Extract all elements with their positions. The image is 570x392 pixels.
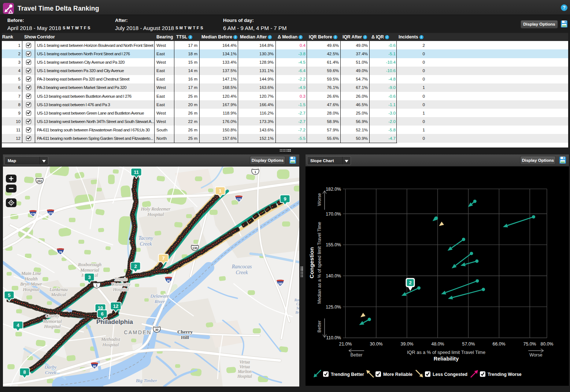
svg-text:125.0%: 125.0% <box>326 305 341 310</box>
svg-text:Virtua: Virtua <box>240 360 250 364</box>
svg-text:Darby: Darby <box>44 364 56 370</box>
svg-text:8: 8 <box>23 369 26 375</box>
svg-text:39.0%: 39.0% <box>401 341 414 347</box>
svg-text:University: University <box>111 282 131 287</box>
svg-text:276: 276 <box>30 213 36 216</box>
svg-text:Better: Better <box>351 352 363 358</box>
svg-text:75.0%: 75.0% <box>523 341 536 347</box>
svg-text:12: 12 <box>113 303 118 309</box>
svg-text:202: 202 <box>37 180 42 183</box>
svg-text:1: 1 <box>219 188 221 194</box>
svg-text:Main Line: Main Line <box>21 270 41 276</box>
svg-text:Hospital: Hospital <box>102 342 119 347</box>
svg-text:276: 276 <box>236 198 241 201</box>
svg-text:Health: Health <box>24 276 37 281</box>
svg-text:66.0%: 66.0% <box>493 341 506 347</box>
svg-text:130: 130 <box>192 247 197 250</box>
svg-text:95: 95 <box>93 365 96 368</box>
svg-text:Ranc: Ranc <box>294 298 299 302</box>
svg-text:2: 2 <box>409 280 411 285</box>
svg-text:Sc: Sc <box>296 306 299 310</box>
svg-text:3: 3 <box>88 275 90 280</box>
svg-text:48.0%: 48.0% <box>432 341 444 347</box>
svg-text:Better: Better <box>317 321 322 333</box>
svg-text:Methodist: Methodist <box>101 336 120 342</box>
svg-text:Congestion: Congestion <box>308 247 315 278</box>
svg-text:Marlton: Marlton <box>237 369 252 374</box>
svg-text:Hospital: Hospital <box>147 212 164 217</box>
svg-text:Hospital: Hospital <box>23 287 40 292</box>
svg-text:Virtua: Virtua <box>240 365 250 369</box>
svg-text:Cr: Cr <box>296 302 299 306</box>
svg-text:9: 9 <box>284 196 286 202</box>
svg-text:Roxborough: Roxborough <box>78 262 101 267</box>
svg-text:Cherry: Cherry <box>177 329 193 335</box>
svg-text:Medical: Medical <box>51 292 66 297</box>
svg-text:155.0%: 155.0% <box>326 242 341 247</box>
svg-text:County: County <box>45 313 59 318</box>
svg-text:Hospital: Hospital <box>44 324 61 329</box>
svg-text:Rancocas: Rancocas <box>232 264 252 269</box>
svg-text:Less Congested: Less Congested <box>433 372 467 377</box>
svg-text:80.0%: 80.0% <box>541 341 554 347</box>
svg-text:182.0%: 182.0% <box>326 187 341 192</box>
svg-text:295: 295 <box>278 282 283 285</box>
svg-text:1: 1 <box>255 171 256 174</box>
svg-text:57.0%: 57.0% <box>462 341 475 347</box>
svg-text:30: 30 <box>155 328 159 332</box>
svg-text:Worse: Worse <box>529 352 542 358</box>
svg-text:5: 5 <box>8 292 10 298</box>
svg-text:Memorial: Memorial <box>80 267 99 273</box>
svg-text:Delaware: Delaware <box>150 293 169 299</box>
svg-text:Memorial: Memorial <box>42 318 62 324</box>
svg-text:95: 95 <box>167 279 170 283</box>
svg-text:IQR as a % of speed limit Trav: IQR as a % of speed limit Travel Time <box>407 350 485 355</box>
svg-text:7: 7 <box>162 255 164 261</box>
svg-text:Holy Redeemer: Holy Redeemer <box>141 206 171 212</box>
svg-text:Hospital: Hospital <box>237 374 252 379</box>
svg-text:More Reliable: More Reliable <box>383 372 412 377</box>
svg-text:Big Timber: Big Timber <box>136 378 158 383</box>
svg-text:Worse: Worse <box>317 193 322 206</box>
svg-text:21.0%: 21.0% <box>339 341 352 347</box>
svg-text:Trending Better: Trending Better <box>331 372 364 377</box>
svg-text:Creek: Creek <box>45 370 56 375</box>
svg-text:110.0%: 110.0% <box>326 335 341 340</box>
svg-text:1: 1 <box>96 284 98 287</box>
svg-text:Hospital: Hospital <box>112 287 129 292</box>
svg-text:Creek: Creek <box>236 270 248 275</box>
svg-text:Lankenau: Lankenau <box>49 287 67 292</box>
svg-text:River: River <box>154 299 165 304</box>
svg-text:140.0%: 140.0% <box>326 273 341 279</box>
svg-text:170.0%: 170.0% <box>326 212 341 217</box>
svg-text:Creek: Creek <box>140 241 152 247</box>
svg-text:Trending Worse: Trending Worse <box>488 372 522 377</box>
svg-text:CAMDEN: CAMDEN <box>124 329 152 335</box>
svg-text:Hill: Hill <box>181 335 189 340</box>
svg-text:Temple: Temple <box>114 277 127 282</box>
svg-text:Reliability: Reliability <box>434 356 459 362</box>
svg-text:30.0%: 30.0% <box>370 341 383 347</box>
svg-text:Median as a % of speed limit T: Median as a % of speed limit Travel Time <box>317 222 322 304</box>
svg-text:76: 76 <box>59 251 62 254</box>
svg-text:476: 476 <box>48 212 53 215</box>
svg-text:2: 2 <box>134 264 137 269</box>
svg-text:Bra: Bra <box>296 310 300 314</box>
svg-text:Tacony: Tacony <box>138 235 153 241</box>
svg-text:6: 6 <box>101 311 103 317</box>
svg-text:Bryn Mawr: Bryn Mawr <box>20 281 42 287</box>
svg-text:4: 4 <box>16 322 19 328</box>
svg-text:11: 11 <box>134 169 139 175</box>
